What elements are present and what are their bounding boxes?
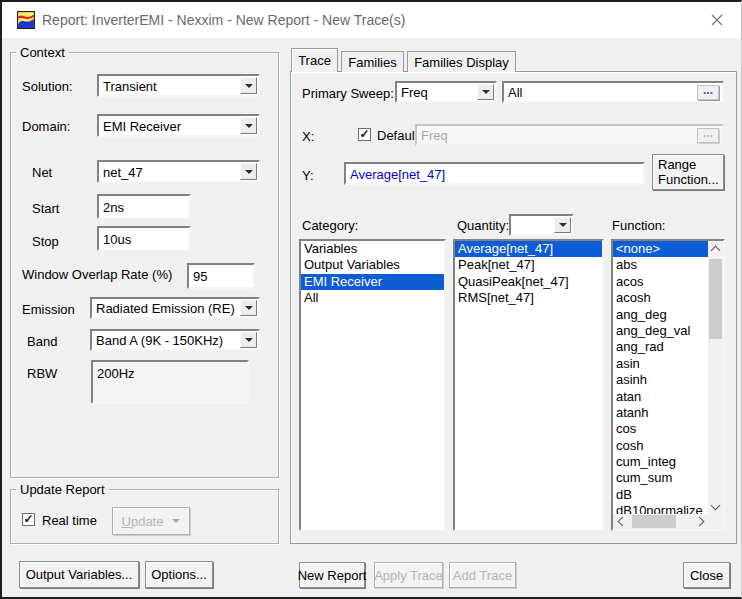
update-button-label: Update: [122, 514, 164, 529]
domain-label: Domain:: [22, 119, 70, 134]
list-item[interactable]: abs: [613, 257, 708, 273]
rbw-label: RBW: [27, 366, 57, 381]
range-function-button[interactable]: Range Function...: [652, 154, 724, 190]
chevron-down-icon[interactable]: [554, 217, 571, 233]
y-axis-label: Y:: [302, 168, 314, 183]
list-item[interactable]: cum_sum: [613, 470, 708, 486]
list-item[interactable]: atanh: [613, 405, 708, 421]
net-dropdown[interactable]: net_47: [97, 160, 260, 183]
list-item[interactable]: ang_deg_val: [613, 323, 708, 339]
list-item[interactable]: Peak[net_47]: [455, 257, 602, 273]
category-listbox[interactable]: VariablesOutput VariablesEMI ReceiverAll: [299, 239, 446, 531]
rbw-value: 200Hz: [97, 366, 135, 381]
primary-sweep-dropdown[interactable]: Freq: [395, 81, 497, 103]
context-group-legend: Context: [16, 46, 69, 59]
window-title: Report: InverterEMI - Nexxim - New Repor…: [42, 2, 405, 38]
list-item[interactable]: cum_integ: [613, 454, 708, 470]
band-value: Band A (9K - 150KHz): [96, 333, 223, 348]
update-button[interactable]: Update: [112, 507, 190, 535]
list-item[interactable]: Variables: [301, 241, 444, 257]
start-label: Start: [32, 201, 59, 216]
emission-dropdown[interactable]: Radiated Emission (RE): [90, 297, 260, 319]
options-button[interactable]: Options...: [145, 561, 213, 588]
function-listbox[interactable]: <none>absacosacoshang_degang_deg_valang_…: [611, 239, 725, 531]
scroll-down-icon[interactable]: [708, 499, 723, 514]
list-item[interactable]: RMS[net_47]: [455, 290, 602, 306]
tab-trace[interactable]: Trace: [291, 48, 338, 72]
scroll-right-icon[interactable]: [693, 514, 708, 529]
emission-value: Radiated Emission (RE): [96, 301, 235, 316]
chevron-down-icon[interactable]: [477, 84, 494, 100]
list-item[interactable]: Average[net_47]: [455, 241, 602, 257]
stop-value: 10us: [103, 231, 131, 246]
new-report-button[interactable]: New Report: [299, 562, 365, 588]
list-item[interactable]: ang_rad: [613, 339, 708, 355]
band-dropdown[interactable]: Band A (9K - 150KHz): [90, 329, 260, 351]
list-item[interactable]: atan: [613, 389, 708, 405]
horizontal-scrollbar[interactable]: [613, 514, 708, 529]
add-trace-label: Add Trace: [453, 568, 512, 583]
function-list-items: <none>absacosacoshang_degang_deg_valang_…: [613, 241, 708, 514]
close-icon[interactable]: [707, 10, 727, 30]
tab-families[interactable]: Families: [341, 51, 404, 72]
list-item[interactable]: Output Variables: [301, 257, 444, 273]
chevron-down-icon[interactable]: [240, 300, 257, 316]
chevron-down-icon[interactable]: [240, 332, 257, 348]
chevron-down-icon[interactable]: [240, 77, 257, 94]
ellipsis-button-disabled: ...: [697, 128, 719, 143]
solution-dropdown[interactable]: Transient: [97, 74, 260, 97]
list-item[interactable]: ang_deg: [613, 307, 708, 323]
tab-trace-label: Trace: [298, 53, 331, 68]
list-item[interactable]: acos: [613, 274, 708, 290]
output-variables-label: Output Variables...: [26, 567, 133, 582]
list-item[interactable]: dB10normalize: [613, 503, 708, 514]
domain-value: EMI Receiver: [103, 118, 181, 133]
solution-value: Transient: [103, 78, 157, 93]
domain-dropdown[interactable]: EMI Receiver: [97, 114, 260, 137]
quantity-listbox[interactable]: Average[net_47]Peak[net_47]QuasiPeak[net…: [453, 239, 604, 531]
vertical-scrollbar[interactable]: [708, 241, 723, 514]
net-value: net_47: [103, 164, 143, 179]
report-dialog-window: Report: InverterEMI - Nexxim - New Repor…: [0, 0, 742, 599]
x-default-checkbox[interactable]: [358, 128, 371, 141]
app-plot-icon: [17, 11, 35, 29]
list-item[interactable]: dB: [613, 487, 708, 503]
real-time-checkbox[interactable]: [22, 513, 35, 526]
list-item[interactable]: asin: [613, 356, 708, 372]
apply-trace-button[interactable]: Apply Trace: [374, 562, 443, 588]
range-function-label: Range Function...: [658, 157, 723, 187]
tab-families-display[interactable]: Families Display: [407, 51, 516, 72]
list-item[interactable]: EMI Receiver: [301, 274, 444, 290]
close-button[interactable]: Close: [683, 562, 730, 588]
primary-sweep-range-field[interactable]: All ...: [502, 81, 724, 103]
chevron-down-icon[interactable]: [240, 163, 257, 180]
list-item[interactable]: QuasiPeak[net_47]: [455, 274, 602, 290]
horizontal-scrollbar-thumb[interactable]: [632, 515, 676, 528]
update-report-legend: Update Report: [16, 483, 109, 496]
vertical-scrollbar-thumb[interactable]: [709, 259, 722, 339]
stop-input[interactable]: 10us: [97, 226, 191, 251]
add-trace-button[interactable]: Add Trace: [449, 562, 516, 588]
quantity-dropdown[interactable]: [509, 214, 574, 236]
chevron-down-icon[interactable]: [240, 117, 257, 134]
scrollbar-corner: [708, 514, 723, 529]
start-input[interactable]: 2ns: [97, 194, 191, 219]
list-item[interactable]: cos: [613, 421, 708, 437]
chevron-down-icon: [172, 519, 180, 523]
list-item[interactable]: <none>: [613, 241, 708, 257]
list-item[interactable]: acosh: [613, 290, 708, 306]
ellipsis-button[interactable]: ...: [697, 85, 719, 100]
tab-families-label: Families: [348, 55, 396, 70]
x-default-label: Default: [377, 128, 418, 143]
quantity-label: Quantity:: [457, 218, 509, 233]
list-item[interactable]: cosh: [613, 438, 708, 454]
y-value-field[interactable]: Average[net_47]: [344, 162, 645, 185]
scroll-left-icon[interactable]: [613, 514, 628, 529]
scroll-up-icon[interactable]: [708, 241, 723, 256]
list-item[interactable]: asinh: [613, 372, 708, 388]
window-overlap-rate-value: 95: [193, 269, 207, 284]
window-overlap-rate-input[interactable]: 95: [187, 263, 255, 289]
list-item[interactable]: All: [301, 290, 444, 306]
primary-sweep-label: Primary Sweep:: [302, 86, 394, 101]
output-variables-button[interactable]: Output Variables...: [19, 561, 139, 588]
